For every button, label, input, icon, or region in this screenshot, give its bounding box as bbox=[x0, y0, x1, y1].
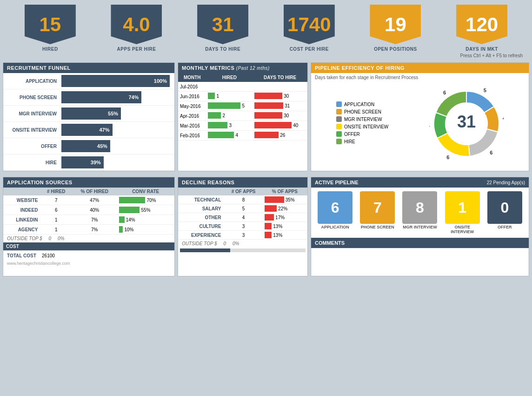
source-pct: 7% bbox=[72, 215, 117, 225]
pipeline-subtitle: Days taken for each stage in Recruitment… bbox=[311, 73, 529, 82]
source-row: INDEED 6 40% 55% bbox=[3, 205, 174, 215]
days-bar-red: 30 bbox=[254, 112, 289, 119]
pipeline-card-wrapper: 6 APPLICATION bbox=[318, 191, 352, 234]
kpi-label: APPS PER HIRE bbox=[117, 47, 156, 52]
metrics-row: Jul-2016 bbox=[178, 82, 307, 92]
days-bar bbox=[254, 93, 282, 99]
svg-text:6: 6 bbox=[443, 90, 446, 95]
pipeline-card-wrapper: 7 PHONE SCREEN bbox=[360, 191, 395, 234]
refresh-hint: Press Ctrl + Alt + F5 to refresh bbox=[460, 53, 523, 58]
conv-pct-label: 70% bbox=[146, 198, 156, 203]
col-days: DAYS TO HIRE bbox=[253, 73, 307, 82]
pipeline-cards: 6 APPLICATION 7 PHONE SCREEN 8 MGR INTER… bbox=[311, 188, 529, 238]
donut-container: APPLICATION PHONE SCREEN MGR INTERVIEW O… bbox=[311, 82, 529, 166]
funnel-label: PHONE SCREEN bbox=[8, 95, 61, 100]
metrics-table-container: MONTH HIRED DAYS TO HIRE Jul-2016 Jun-20… bbox=[178, 73, 307, 141]
pipeline-card-wrapper: 1 ONSITEINTERVIEW bbox=[445, 191, 480, 234]
kpi-badge: 120 bbox=[456, 5, 507, 44]
pipeline-card: 7 bbox=[360, 191, 395, 224]
source-conv: 10% bbox=[117, 225, 174, 235]
refresh-bar: Press Ctrl + Alt + F5 to refresh bbox=[0, 52, 532, 60]
col-hired: HIRED bbox=[206, 73, 253, 82]
comments-header: COMMENTS bbox=[311, 238, 529, 248]
funnel-bar-container: 47% bbox=[61, 124, 170, 136]
funnel-bar-value: 47% bbox=[99, 127, 109, 133]
funnel-label: MGR INTERVIEW bbox=[8, 111, 61, 116]
legend-dot bbox=[336, 109, 342, 114]
kpi-value: 1740 bbox=[287, 13, 331, 36]
source-hired: 6 bbox=[40, 205, 72, 215]
col-apps: # OF APPS bbox=[225, 188, 262, 195]
main-content: RECRUITMENT FUNNEL APPLICATION 100% PHON… bbox=[0, 60, 532, 177]
decline-bar bbox=[265, 232, 272, 238]
metrics-row: Mar-2016 3 40 bbox=[178, 121, 307, 131]
funnel-bar-container: 74% bbox=[61, 91, 170, 103]
svg-text:31: 31 bbox=[457, 112, 476, 131]
hired-bar bbox=[208, 132, 234, 138]
funnel-rows: APPLICATION 100% PHONE SCREEN 74% MGR IN… bbox=[3, 73, 174, 171]
funnel-bar: 45% bbox=[61, 140, 110, 152]
kpi-value: 4.0 bbox=[123, 13, 150, 36]
legend-dot bbox=[336, 139, 342, 144]
pipeline-card-label: APPLICATION bbox=[321, 225, 349, 229]
metrics-subtitle: (Past 12 mths) bbox=[236, 66, 270, 71]
kpi-card: 120 DAYS IN MKT bbox=[456, 5, 507, 52]
conv-pct-label: 10% bbox=[124, 227, 133, 232]
funnel-bar-container: 55% bbox=[61, 107, 170, 120]
svg-text:6: 6 bbox=[446, 154, 449, 160]
col-pct-hired: % OF HIRED bbox=[72, 188, 117, 195]
source-label: LINKEDIN bbox=[3, 215, 40, 225]
pipeline-card-label: OFFER bbox=[498, 225, 512, 229]
source-row: LINKEDIN 1 7% 14% bbox=[3, 215, 174, 225]
funnel-bar: 74% bbox=[61, 91, 141, 103]
source-pct: 40% bbox=[72, 205, 117, 215]
conv-pct-label: 14% bbox=[126, 217, 135, 222]
kpi-card: 4.0 APPS PER HIRE bbox=[111, 5, 162, 52]
decline-table-container: # OF APPS % OF APPS TECHNICAL 8 35% SALA… bbox=[178, 188, 307, 240]
days-bar-red: 40 bbox=[254, 122, 298, 128]
decline-row: CULTURE 3 13% bbox=[178, 222, 307, 231]
kpi-badge: 1740 bbox=[284, 5, 335, 44]
kpi-badge: 4.0 bbox=[111, 5, 162, 44]
days-bar bbox=[254, 102, 283, 109]
days-cell: 30 bbox=[253, 92, 307, 101]
comments-area[interactable] bbox=[311, 248, 529, 276]
legend-dot bbox=[336, 124, 342, 129]
legend-label: OFFER bbox=[344, 132, 360, 137]
days-bar bbox=[254, 112, 282, 119]
scroll-bar[interactable] bbox=[180, 248, 306, 252]
metrics-row: Feb-2016 4 26 bbox=[178, 131, 307, 141]
days-bar-red: 26 bbox=[254, 132, 285, 138]
hired-cell: 5 bbox=[206, 101, 253, 111]
legend-label: MGR INTERVIEW bbox=[344, 117, 382, 122]
funnel-bar: 55% bbox=[61, 107, 121, 120]
hired-bar-green: 3 bbox=[208, 122, 232, 128]
pipeline-header: PIPELINE EFFICIENCY OF HIRING bbox=[311, 63, 529, 73]
hired-cell: 4 bbox=[206, 131, 253, 141]
funnel-label: ONSITE INTERVIEW bbox=[8, 128, 61, 133]
apps-count: 8 bbox=[225, 195, 262, 204]
decline-bar bbox=[265, 196, 284, 203]
source-pct: 47% bbox=[72, 195, 117, 205]
second-row: APPLICATION SOURCES # HIRED % OF HIRED C… bbox=[0, 177, 532, 279]
col-conv: CONV RATE bbox=[117, 188, 174, 195]
decline-bar bbox=[265, 205, 277, 212]
funnel-row: OFFER 45% bbox=[3, 138, 174, 154]
funnel-bar-value: 45% bbox=[97, 143, 107, 149]
decline-row: SALARY 5 22% bbox=[178, 204, 307, 213]
legend-item: PHONE SCREEN bbox=[336, 109, 388, 114]
funnel-header: RECRUITMENT FUNNEL bbox=[3, 63, 174, 73]
pipeline-efficiency-panel: PIPELINE EFFICIENCY OF HIRING Days taken… bbox=[311, 62, 529, 171]
legend-label: HIRE bbox=[344, 139, 355, 144]
source-row: WEBSITE 7 47% 70% bbox=[3, 195, 174, 205]
kpi-value: 31 bbox=[212, 13, 234, 36]
hired-cell bbox=[206, 82, 253, 92]
pct-label: 35% bbox=[286, 197, 295, 202]
recruitment-funnel-panel: RECRUITMENT FUNNEL APPLICATION 100% PHON… bbox=[3, 62, 175, 171]
source-pct: 7% bbox=[72, 225, 117, 235]
sources-table-container: # HIRED % OF HIRED CONV RATE WEBSITE 7 4… bbox=[3, 188, 174, 235]
hired-bar bbox=[208, 112, 221, 119]
funnel-row: PHONE SCREEN 74% bbox=[3, 89, 174, 106]
kpi-label: DAYS IN MKT bbox=[466, 47, 498, 52]
conv-bar bbox=[119, 216, 124, 223]
